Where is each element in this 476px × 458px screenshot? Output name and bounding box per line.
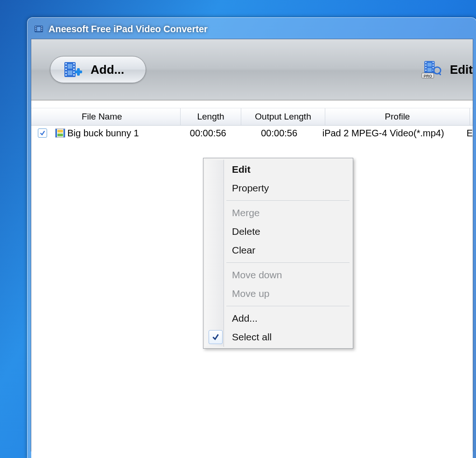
- menu-item-add[interactable]: Add...: [205, 309, 351, 328]
- svg-rect-6: [42, 30, 42, 31]
- svg-rect-42: [57, 134, 63, 136]
- svg-rect-41: [57, 130, 63, 133]
- menu-item-select-all[interactable]: Select all: [205, 328, 351, 346]
- menu-item-label: Delete: [232, 226, 260, 237]
- toolbar-spacer: [31, 100, 473, 108]
- menu-item-label: Move up: [232, 288, 270, 299]
- add-button-label: Add...: [91, 63, 124, 77]
- svg-rect-5: [42, 28, 42, 29]
- film-pro-icon: PRO: [421, 59, 441, 80]
- svg-rect-13: [65, 74, 67, 76]
- menu-item-move-down: Move down: [205, 266, 351, 284]
- svg-rect-19: [68, 64, 72, 69]
- svg-point-36: [434, 67, 441, 74]
- svg-rect-27: [425, 70, 427, 71]
- table-header: File Name Length Output Length Profile: [31, 108, 473, 126]
- svg-rect-30: [433, 67, 434, 69]
- svg-rect-18: [73, 74, 75, 76]
- svg-rect-14: [73, 63, 75, 64]
- add-button[interactable]: Add...: [50, 56, 146, 83]
- menu-item-property[interactable]: Property: [205, 179, 351, 197]
- row-profile: iPad 2 MPEG-4 Video(*.mp4): [321, 128, 463, 139]
- edit-button-label: Edit: [450, 63, 473, 77]
- menu-item-clear[interactable]: Clear: [205, 241, 351, 260]
- app-icon: [34, 24, 44, 34]
- svg-rect-32: [427, 63, 432, 66]
- svg-rect-17: [73, 71, 75, 73]
- svg-rect-12: [65, 71, 67, 73]
- row-length: 00:00:56: [178, 128, 238, 139]
- menu-separator: [226, 306, 350, 306]
- col-length[interactable]: Length: [181, 108, 241, 125]
- svg-rect-16: [73, 69, 75, 70]
- svg-rect-4: [42, 27, 42, 28]
- context-menu: Edit Property Merge Delete Clear Move do…: [203, 158, 353, 349]
- svg-rect-20: [68, 70, 72, 75]
- titlebar[interactable]: Aneesoft Free iPad Video Converter: [31, 21, 473, 39]
- row-trailing: E: [463, 128, 473, 139]
- svg-rect-1: [35, 27, 36, 28]
- menu-item-label: Add...: [232, 313, 258, 324]
- check-icon: [209, 330, 223, 344]
- col-output-length[interactable]: Output Length: [241, 108, 325, 125]
- svg-rect-39: [56, 129, 57, 137]
- menu-item-label: Select all: [232, 331, 272, 343]
- menu-item-label: Clear: [232, 245, 255, 256]
- col-checkbox[interactable]: [31, 108, 54, 125]
- col-filename[interactable]: File Name: [54, 108, 181, 125]
- svg-rect-29: [433, 64, 434, 66]
- menu-item-label: Edit: [232, 164, 251, 175]
- svg-rect-11: [65, 69, 67, 70]
- svg-rect-10: [65, 66, 67, 67]
- col-profile[interactable]: Profile: [325, 108, 470, 125]
- toolbar: Add... PRO Edit: [31, 39, 473, 100]
- row-checkbox[interactable]: [38, 128, 47, 138]
- svg-rect-28: [433, 62, 434, 63]
- row-output-length: 00:00:56: [238, 128, 321, 139]
- svg-rect-25: [425, 64, 427, 66]
- video-file-icon: [55, 128, 65, 138]
- menu-separator: [226, 262, 350, 263]
- edit-button[interactable]: PRO Edit: [421, 59, 473, 80]
- window-title: Aneesoft Free iPad Video Converter: [49, 24, 208, 35]
- svg-rect-33: [427, 68, 432, 71]
- menu-item-move-up: Move up: [205, 284, 351, 303]
- menu-separator: [226, 200, 350, 201]
- svg-text:PRO: PRO: [424, 74, 432, 78]
- svg-rect-2: [35, 28, 36, 29]
- menu-item-edit[interactable]: Edit: [205, 160, 351, 179]
- film-plus-icon: [63, 60, 82, 79]
- svg-rect-7: [37, 27, 40, 31]
- menu-item-label: Property: [232, 183, 269, 194]
- svg-rect-22: [77, 68, 80, 76]
- menu-item-merge: Merge: [205, 204, 351, 222]
- svg-rect-24: [425, 62, 427, 63]
- svg-rect-15: [73, 66, 75, 67]
- svg-rect-3: [35, 30, 36, 31]
- svg-rect-9: [65, 63, 67, 64]
- table-row[interactable]: Big buck bunny 1 00:00:56 00:00:56 iPad …: [31, 126, 473, 141]
- svg-rect-40: [63, 129, 65, 137]
- menu-item-delete[interactable]: Delete: [205, 222, 351, 241]
- row-filename: Big buck bunny 1: [67, 128, 139, 139]
- menu-item-label: Merge: [232, 207, 260, 218]
- svg-rect-26: [425, 67, 427, 69]
- menu-item-label: Move down: [232, 269, 282, 281]
